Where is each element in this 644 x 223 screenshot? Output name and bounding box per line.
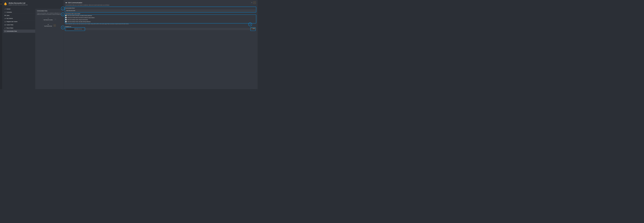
radio-dot	[66, 17, 66, 18]
page-title: Active Accounts List	[8, 2, 28, 4]
redacted-text	[66, 29, 74, 29]
send-mode-option[interactable]: Send one email for all results, manually…	[66, 15, 256, 16]
communication-name-input[interactable]	[66, 9, 256, 12]
confirm-button[interactable]	[254, 2, 256, 4]
radio-label: Group by an email column and send an ema…	[68, 17, 94, 18]
rules-canvas: Communication Rules Create communication…	[35, 9, 64, 89]
page-header: Active Accounts List Navigate to the sec…	[4, 2, 36, 6]
email-node-label: New Records Email	[44, 26, 52, 27]
sidebar-item-connection[interactable]: Connection	[4, 11, 36, 14]
check-icon	[254, 2, 255, 3]
send-mode-option[interactable]: Group by an email column and send an ema…	[66, 17, 256, 18]
key-icon	[4, 18, 6, 19]
wrench-icon	[4, 9, 6, 10]
send-mode-hint: When using this mode, you can only use t…	[66, 23, 256, 25]
rules-tree: New Records Condition + New Records Emai…	[37, 17, 62, 27]
sidebar-item-label: Connection	[6, 12, 12, 13]
add-email-button[interactable]: +	[54, 25, 56, 26]
rules-title: Communication Rules	[37, 11, 62, 12]
sidebar-item-custom-fields[interactable]: Custom Fields	[4, 23, 36, 26]
sidebar-item-label: Assigned User Column	[6, 21, 17, 22]
bell-icon	[4, 2, 8, 6]
page-subtitle: Navigate to the section that you would l…	[8, 4, 28, 5]
side-nav-panel: Active Accounts List Navigate to the sec…	[2, 0, 36, 89]
edit-communication-panel: Edit Communication Communications allow …	[64, 0, 258, 89]
add-condition-button[interactable]: +	[54, 18, 56, 20]
trash-icon	[251, 2, 252, 3]
condition-node[interactable]: New Records Condition	[42, 17, 54, 21]
branch-icon	[48, 18, 49, 19]
sidebar-item-general[interactable]: General	[4, 8, 36, 11]
panel-description: Communications allow you to send alerts …	[66, 4, 256, 6]
plus-icon: ＋	[252, 28, 253, 29]
condition-node-label: New Records Condition	[44, 19, 53, 20]
sidebar-item-label: Communication Rules	[6, 31, 17, 32]
sidebar-item-label: General	[6, 9, 10, 10]
sidebar-item-key-columns[interactable]: Key Columns	[4, 17, 36, 20]
rules-description: Create communication rules to distribute…	[37, 13, 62, 15]
envelope-icon	[66, 2, 67, 3]
mini-rail: »	[0, 0, 2, 89]
add-recipient-button[interactable]: ＋ Add	[251, 28, 256, 29]
panel-heading: Edit Communication	[66, 2, 82, 4]
user-icon	[4, 21, 6, 22]
sidebar-item-label: Custom Fields	[6, 24, 13, 25]
chevron-right-icon[interactable]: »	[1, 1, 1, 2]
plug-icon	[4, 12, 6, 13]
sidebar-item-query[interactable]: Query	[4, 14, 36, 17]
radio-label: Send one email per result, manually ente…	[68, 21, 91, 22]
send-mode-option[interactable]: Send one email per result, using an emai…	[66, 19, 256, 20]
radio-label: Send one email per result, using an emai…	[68, 19, 88, 20]
send-mode-options: Send one email for all results, manually…	[66, 15, 256, 22]
communication-name-label: Communication Name *	[66, 8, 256, 9]
file-icon	[4, 15, 6, 16]
radio-label: Send one email for all results, manually…	[68, 15, 92, 16]
sidebar-item-label: Record Status	[6, 27, 13, 29]
recipient-chip[interactable]: @bizdata.com.au	[66, 28, 83, 30]
add-icon[interactable]	[1, 4, 2, 5]
columns-icon	[4, 24, 6, 25]
sidebar-item-label: Key Columns	[6, 18, 13, 19]
panel-heading-text: Edit Communication	[68, 2, 82, 4]
nav-list: GeneralConnectionQueryKey ColumnsAssigne…	[4, 8, 36, 33]
radio-dot	[66, 21, 66, 22]
sidebar-item-communication-rules[interactable]: Communication Rules	[4, 30, 36, 33]
sidebar-item-record-status[interactable]: Record Status	[4, 26, 36, 30]
envelope-icon	[48, 24, 49, 25]
delete-button[interactable]	[250, 2, 253, 4]
main-layout: Active Accounts List Navigate to the sec…	[2, 0, 258, 89]
sidebar-item-label: Query	[6, 15, 9, 16]
send-mode-question: How would you like to send emails?	[66, 13, 256, 14]
send-mode-option[interactable]: Send one email per result, manually ente…	[66, 21, 256, 22]
envelope-icon	[4, 31, 6, 32]
recipient-domain: @bizdata.com.au	[74, 28, 82, 29]
email-node[interactable]: New Records Email	[43, 24, 53, 28]
radio-dot	[66, 19, 66, 20]
communication-name-group: Communication Name *	[66, 7, 256, 12]
sidebar-item-assigned-user-column[interactable]: Assigned User Column	[4, 20, 36, 23]
recipient-list-label: Recipient List *	[66, 26, 256, 27]
add-button-label: Add	[253, 28, 255, 29]
radio-dot	[66, 15, 66, 16]
recipient-input[interactable]	[84, 28, 250, 30]
edit-icon	[4, 28, 6, 29]
